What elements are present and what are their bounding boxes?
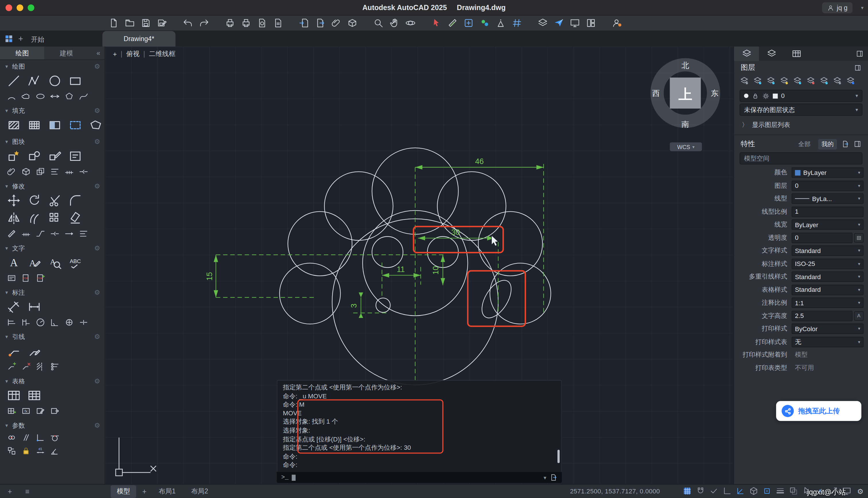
- section-header[interactable]: ▼图块⚙: [0, 136, 105, 147]
- spray-icon[interactable]: [496, 18, 506, 28]
- field-icon[interactable]: [6, 273, 17, 283]
- table2-icon[interactable]: [27, 388, 41, 403]
- section-header[interactable]: ▼标注⚙: [0, 287, 105, 298]
- ellipse-icon[interactable]: [35, 91, 45, 101]
- table-icon[interactable]: [6, 388, 21, 403]
- cell-insert-icon[interactable]: [6, 406, 17, 416]
- export-icon[interactable]: [841, 140, 849, 148]
- section-header[interactable]: ▼修改⚙: [0, 181, 105, 192]
- command-scrollbar[interactable]: [557, 450, 560, 463]
- dim-continue-icon[interactable]: [21, 317, 31, 327]
- section-gear-icon[interactable]: ⚙: [94, 377, 100, 385]
- customize-gear-icon[interactable]: ⚙: [857, 487, 864, 496]
- visual-style-button[interactable]: 二维线框: [149, 49, 176, 59]
- mirror-icon[interactable]: [6, 211, 21, 225]
- break-icon[interactable]: [79, 167, 89, 176]
- polyline-icon[interactable]: [27, 74, 41, 88]
- layer-tool-icon[interactable]: [779, 76, 789, 85]
- tab-draw[interactable]: 绘图: [0, 47, 44, 59]
- edit-attr-icon[interactable]: [68, 149, 82, 163]
- tab-sheet-list[interactable]: [784, 47, 809, 61]
- hatch2-icon[interactable]: [27, 118, 41, 132]
- wipeout-icon[interactable]: [89, 118, 103, 132]
- section-header[interactable]: ▼参数⚙: [0, 420, 105, 431]
- rectangle-icon[interactable]: [68, 74, 82, 88]
- iso-icon[interactable]: [749, 486, 758, 496]
- circle-icon[interactable]: [48, 74, 62, 88]
- plane-icon[interactable]: [554, 18, 564, 28]
- chevron-down-icon[interactable]: ▾: [861, 5, 864, 10]
- tab-layers[interactable]: [734, 47, 759, 61]
- mtext-icon[interactable]: A: [6, 255, 21, 270]
- hash-icon[interactable]: [512, 18, 522, 28]
- save-icon[interactable]: [141, 18, 151, 28]
- tab-start[interactable]: 开始: [31, 35, 44, 44]
- lengthen-icon[interactable]: [64, 228, 74, 239]
- create-block-icon[interactable]: [27, 149, 41, 163]
- section-gear-icon[interactable]: ⚙: [94, 422, 100, 429]
- fillet-icon[interactable]: [68, 193, 82, 208]
- user-account-button[interactable]: jq g: [822, 2, 853, 13]
- property-dropdown[interactable]: 1:1▾: [792, 298, 864, 308]
- chevron-down-icon[interactable]: ▾: [544, 474, 546, 481]
- property-dropdown[interactable]: ByColor▾: [792, 324, 864, 334]
- join-icon[interactable]: [35, 228, 45, 239]
- model-space-canvas[interactable]: 46 30 15 11 10 3 + 俯视 二维线框: [105, 47, 733, 484]
- measure-icon[interactable]: [6, 228, 17, 239]
- dim-break-icon[interactable]: [79, 317, 89, 327]
- layer-tool-icon[interactable]: [833, 76, 842, 85]
- gradient-icon[interactable]: [48, 118, 62, 132]
- filter-all-button[interactable]: 全部: [795, 139, 814, 149]
- offset-icon[interactable]: [27, 211, 41, 225]
- layer-tool-icon[interactable]: [740, 76, 749, 85]
- pdf1-icon[interactable]: PDF: [21, 273, 31, 283]
- angle-param-icon[interactable]: [50, 446, 60, 456]
- osnap-icon[interactable]: [762, 486, 772, 496]
- array-icon[interactable]: [48, 211, 62, 225]
- ortho-icon[interactable]: [722, 486, 732, 496]
- section-gear-icon[interactable]: ⚙: [94, 333, 100, 341]
- insert-block-icon[interactable]: [6, 149, 21, 163]
- user-badge-icon[interactable]: [612, 18, 622, 28]
- menu-icon[interactable]: ≡: [25, 487, 30, 495]
- orbit-icon[interactable]: [405, 18, 416, 28]
- zoom-icon[interactable]: [373, 18, 384, 28]
- print-icon[interactable]: [225, 18, 235, 28]
- layers-icon[interactable]: [538, 18, 548, 28]
- panel-autohide-button[interactable]: [851, 47, 868, 61]
- collapse-panel-button[interactable]: «: [92, 49, 105, 57]
- move-icon[interactable]: [6, 193, 21, 208]
- dim-baseline-icon[interactable]: [6, 317, 17, 327]
- tab-layout2[interactable]: 布局2: [185, 485, 214, 497]
- align-icon[interactable]: [50, 167, 60, 176]
- section-gear-icon[interactable]: ⚙: [94, 138, 100, 146]
- spell-icon[interactable]: ABC: [68, 255, 82, 270]
- layer-tool-icon[interactable]: [766, 76, 776, 85]
- cell-edit-icon[interactable]: [35, 406, 45, 416]
- property-dropdown[interactable]: ByLayer▾: [792, 168, 864, 178]
- property-dropdown[interactable]: ISO-25▾: [792, 259, 864, 269]
- divide-icon[interactable]: [21, 228, 31, 239]
- share-icon[interactable]: [550, 474, 557, 481]
- undo-icon[interactable]: [182, 18, 193, 28]
- dim-radius-icon[interactable]: [35, 317, 45, 327]
- geo-tangent-icon[interactable]: [50, 433, 60, 443]
- new-layout-button[interactable]: +: [139, 487, 149, 495]
- leader-collect-icon[interactable]: [50, 362, 60, 372]
- align-icon[interactable]: [79, 228, 89, 239]
- layer-selector[interactable]: 0 ▾: [740, 90, 863, 102]
- dim-linear-icon[interactable]: [27, 300, 41, 314]
- property-dropdown[interactable]: Standard▾: [792, 271, 864, 282]
- section-gear-icon[interactable]: ⚙: [94, 107, 100, 115]
- open-icon[interactable]: [125, 18, 135, 28]
- sun-icon[interactable]: [762, 92, 770, 100]
- property-dropdown[interactable]: Standard▾: [792, 285, 864, 295]
- lock-icon[interactable]: [21, 446, 31, 456]
- transparency-picker-button[interactable]: ▤: [854, 233, 864, 243]
- redo-icon[interactable]: [199, 18, 209, 28]
- tab-drawing4[interactable]: Drawing4*: [103, 31, 176, 47]
- pin-icon[interactable]: [854, 140, 862, 148]
- viewport-controls[interactable]: + 俯视 二维线框: [113, 49, 175, 59]
- upload-overlay-button[interactable]: 拖拽至此上传: [776, 401, 862, 421]
- view-direction-button[interactable]: 俯视: [126, 49, 139, 59]
